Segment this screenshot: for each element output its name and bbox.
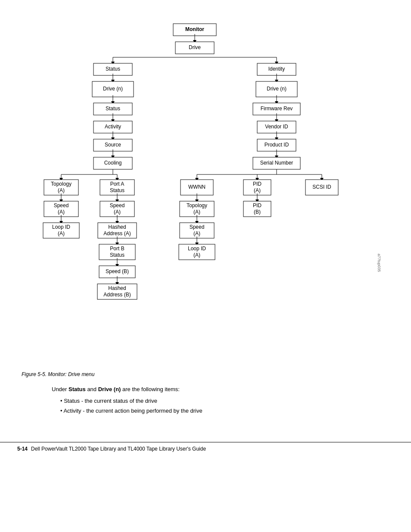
tree-diagram: MonitorDriveStatusIdentityDrive (n)Drive… (29, 13, 382, 366)
svg-text:Topology: Topology (51, 181, 72, 187)
svg-text:Drive (n): Drive (n) (267, 86, 286, 92)
svg-text:Product ID: Product ID (265, 142, 289, 148)
svg-text:Firmware Rev: Firmware Rev (261, 106, 293, 112)
footer-text: Dell PowerVault TL2000 Tape Library and … (31, 446, 206, 452)
svg-text:(A): (A) (193, 209, 200, 215)
svg-text:Monitor: Monitor (185, 26, 204, 32)
svg-text:PID: PID (253, 181, 262, 187)
page-number: 5-14 (17, 446, 28, 452)
page-footer: 5-14 Dell PowerVault TL2000 Tape Library… (0, 442, 411, 455)
svg-text:(A): (A) (193, 252, 200, 258)
svg-text:Hashed: Hashed (108, 224, 126, 230)
svg-text:Port B: Port B (110, 246, 124, 252)
svg-text:(A): (A) (114, 209, 121, 215)
bold-drive-n: Drive (n) (98, 386, 121, 392)
svg-text:Loop ID: Loop ID (188, 246, 206, 252)
svg-text:a77tup035: a77tup035 (377, 254, 381, 272)
svg-text:Vendor ID: Vendor ID (265, 124, 288, 130)
figure-caption: Figure 5-5. Monitor: Drive menu (22, 371, 394, 377)
svg-text:Status: Status (110, 187, 125, 193)
svg-text:Serial Number: Serial Number (260, 160, 293, 166)
svg-text:Speed: Speed (110, 202, 125, 208)
svg-text:Port A: Port A (110, 181, 125, 187)
svg-text:WWNN: WWNN (188, 184, 206, 190)
svg-text:Address (B): Address (B) (103, 292, 131, 298)
bullet-list: Status - the current status of the drive… (60, 397, 394, 416)
svg-text:Status: Status (106, 66, 120, 72)
svg-text:Status: Status (106, 106, 120, 112)
svg-text:(B): (B) (254, 209, 261, 215)
svg-text:Loop ID: Loop ID (52, 224, 70, 230)
svg-text:(A): (A) (193, 230, 200, 236)
svg-text:(A): (A) (254, 187, 261, 193)
bullet-item: Activity - the current action being perf… (60, 407, 394, 416)
svg-text:Topology: Topology (187, 202, 207, 208)
diagram-container: MonitorDriveStatusIdentityDrive (n)Drive… (20, 13, 391, 366)
svg-text:Drive: Drive (189, 44, 201, 50)
svg-text:Status: Status (110, 252, 125, 258)
svg-text:SCSI ID: SCSI ID (312, 184, 331, 190)
svg-text:Speed: Speed (54, 202, 69, 208)
svg-text:Speed (B): Speed (B) (106, 268, 129, 274)
svg-text:Speed: Speed (190, 224, 205, 230)
svg-text:Source: Source (105, 142, 121, 148)
svg-text:PID: PID (253, 202, 262, 208)
bold-status: Status (68, 386, 86, 392)
bullet-item: Status - the current status of the drive (60, 397, 394, 406)
svg-text:(A): (A) (58, 187, 65, 193)
svg-text:Activity: Activity (105, 124, 121, 130)
svg-text:(A): (A) (58, 209, 65, 215)
svg-text:Cooling: Cooling (104, 160, 122, 166)
svg-text:Drive (n): Drive (n) (103, 86, 123, 92)
svg-text:Identity: Identity (268, 66, 285, 72)
svg-text:(A): (A) (58, 230, 65, 236)
svg-text:Address (A): Address (A) (103, 230, 131, 236)
body-text: Under Status and Drive (n) are the follo… (52, 385, 394, 394)
svg-text:Hashed: Hashed (108, 285, 126, 291)
